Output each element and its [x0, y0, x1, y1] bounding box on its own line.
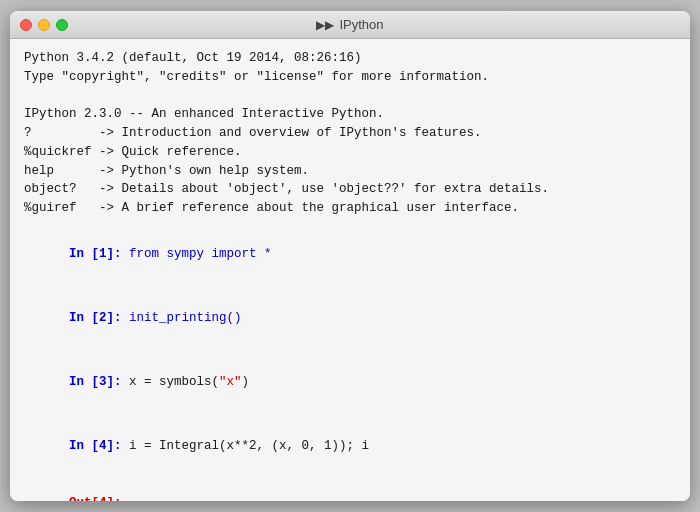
startup-line-8: %guiref -> A brief reference about the g…	[24, 199, 676, 218]
cell-3-in: In [3]: x = symbols("x")	[24, 354, 676, 410]
startup-line-7: object? -> Details about 'object', use '…	[24, 180, 676, 199]
cell-4-in: In [4]: i = Integral(x**2, (x, 0, 1)); i	[24, 419, 676, 475]
cell-2-in: In [2]: init_printing()	[24, 290, 676, 346]
startup-line-blank	[24, 87, 676, 106]
prompt-in-1: In [1]:	[69, 247, 129, 261]
code-2: init_printing()	[129, 311, 242, 325]
window-title: ▶▶ IPython	[316, 17, 383, 32]
prompt-in-4: In [4]:	[69, 439, 129, 453]
cell-1-in: In [1]: from sympy import *	[24, 226, 676, 282]
prompt-in-3: In [3]:	[69, 375, 129, 389]
minimize-button[interactable]	[38, 19, 50, 31]
terminal-body[interactable]: Python 3.4.2 (default, Oct 19 2014, 08:2…	[10, 39, 690, 501]
startup-line-3: IPython 2.3.0 -- An enhanced Interactive…	[24, 105, 676, 124]
traffic-lights	[20, 19, 68, 31]
startup-line-6: help -> Python's own help system.	[24, 162, 676, 181]
startup-line-2: Type "copyright", "credits" or "license"…	[24, 68, 676, 87]
quickref-cmd: %quickref -> Quick reference.	[24, 145, 242, 159]
startup-line-1: Python 3.4.2 (default, Oct 19 2014, 08:2…	[24, 49, 676, 68]
maximize-button[interactable]	[56, 19, 68, 31]
code-1: from sympy import *	[129, 247, 272, 261]
terminal-icon: ▶▶	[316, 18, 334, 32]
startup-line-5: %quickref -> Quick reference.	[24, 143, 676, 162]
code-4: i = Integral(x**2, (x, 0, 1)); i	[129, 439, 369, 453]
ipython-window: ▶▶ IPython Python 3.4.2 (default, Oct 19…	[10, 11, 690, 501]
title-label: IPython	[339, 17, 383, 32]
titlebar: ▶▶ IPython	[10, 11, 690, 39]
cell-4-out-label: Out[4]:	[24, 475, 676, 501]
close-button[interactable]	[20, 19, 32, 31]
startup-line-4: ? -> Introduction and overview of IPytho…	[24, 124, 676, 143]
prompt-in-2: In [2]:	[69, 311, 129, 325]
code-3: x = symbols("x")	[129, 375, 249, 389]
prompt-out-4: Out[4]:	[69, 496, 122, 502]
